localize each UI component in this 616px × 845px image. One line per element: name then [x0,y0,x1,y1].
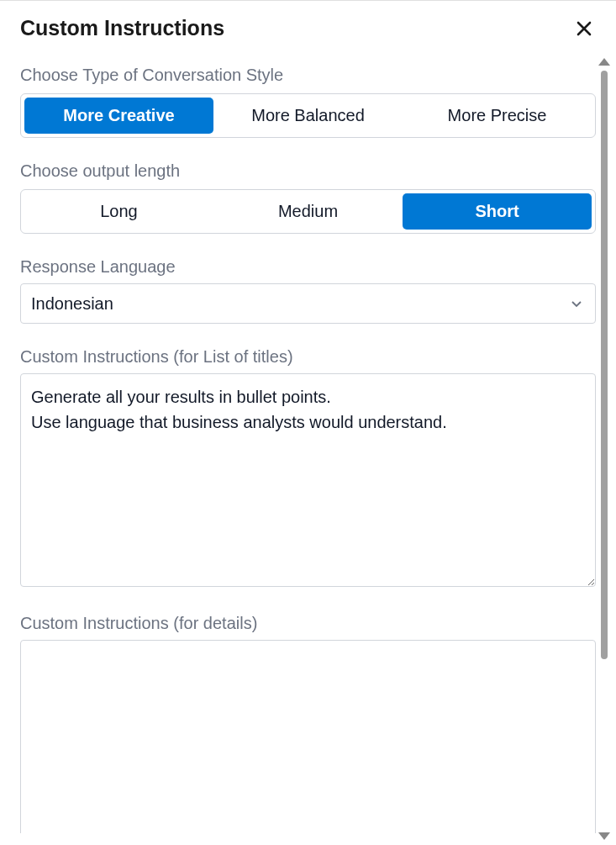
close-icon [577,21,592,36]
section-output-length: Choose output length Long Medium Short [20,161,596,234]
select-response-language[interactable]: Indonesian [20,283,596,324]
label-conversation-style: Choose Type of Conversation Style [20,66,596,85]
textarea-instructions-details[interactable] [20,640,596,833]
chevron-down-icon [568,295,585,312]
dialog-body: Choose Type of Conversation Style More C… [0,47,616,833]
section-instructions-details: Custom Instructions (for details) [20,614,596,833]
section-response-language: Response Language Indonesian [20,257,596,324]
scroll-down-arrow-icon[interactable] [598,832,610,840]
scroll-thumb[interactable] [601,71,608,659]
label-instructions-details: Custom Instructions (for details) [20,614,596,633]
segmented-output-length: Long Medium Short [20,189,596,234]
textarea-instructions-titles[interactable] [20,373,596,587]
section-conversation-style: Choose Type of Conversation Style More C… [20,66,596,138]
option-short[interactable]: Short [403,193,592,230]
scrollbar [598,58,611,840]
dialog-title: Custom Instructions [20,16,224,40]
segmented-conversation-style: More Creative More Balanced More Precise [20,93,596,138]
dialog-header: Custom Instructions [0,1,616,47]
close-button[interactable] [572,17,596,40]
scroll-track[interactable] [601,71,608,827]
option-medium[interactable]: Medium [213,193,403,230]
option-long[interactable]: Long [24,193,213,230]
label-instructions-titles: Custom Instructions (for List of titles) [20,347,596,367]
option-more-precise[interactable]: More Precise [403,98,592,134]
label-output-length: Choose output length [20,161,596,181]
label-response-language: Response Language [20,257,596,277]
option-more-balanced[interactable]: More Balanced [213,98,403,134]
scroll-up-arrow-icon[interactable] [598,58,610,66]
select-value: Indonesian [31,294,113,314]
option-more-creative[interactable]: More Creative [24,98,213,134]
section-instructions-titles: Custom Instructions (for List of titles) [20,347,596,590]
